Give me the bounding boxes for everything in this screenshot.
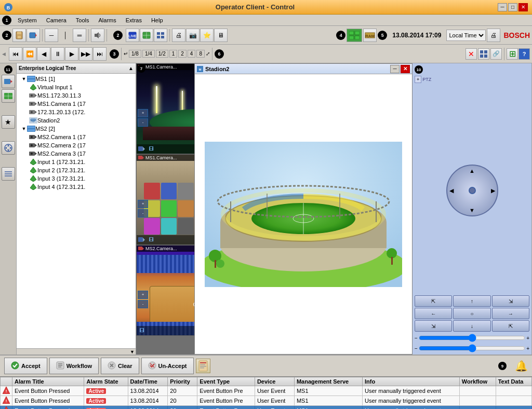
tb-speaker[interactable] — [91, 29, 104, 42]
alarm-doc-btn[interactable] — [196, 359, 210, 373]
tb-map[interactable] — [140, 29, 153, 42]
ptz-btn-7[interactable]: ⇲ — [415, 320, 452, 332]
tb-sequence[interactable] — [154, 29, 167, 42]
ptz-focus-plus[interactable]: + — [526, 346, 529, 351]
ptz-btn-1[interactable]: ⇱ — [415, 295, 452, 307]
pb-play[interactable]: ▶ — [65, 47, 78, 61]
tb-save[interactable] — [12, 29, 26, 42]
ptz-btn-3[interactable]: ⇲ — [492, 295, 529, 307]
ptz-focus-minus[interactable]: − — [415, 346, 418, 351]
tree-item-172[interactable]: 172.31.20.13 (172. — [18, 108, 135, 116]
tree-item-ms2-cam3[interactable]: MS2.Camera 3 (17 — [18, 149, 135, 158]
ptz-up-btn[interactable]: ▲ — [469, 168, 475, 174]
ptz-joystick[interactable]: ▲ ▼ ◀ ▶ — [446, 165, 498, 216]
cam2-zoom-out[interactable]: - — [138, 209, 148, 217]
alarm-row-2[interactable]: !Event Button PressedActive13.08.201420E… — [1, 396, 532, 406]
menu-extras[interactable]: Extras — [122, 16, 146, 24]
tree-item-ms2[interactable]: ▼ MS2 [2] — [18, 125, 135, 133]
sidebar-list[interactable] — [2, 167, 15, 181]
clear-button[interactable]: Clear — [101, 358, 139, 374]
zoom-1-2[interactable]: 1/2 — [156, 50, 168, 58]
cam2-zoom-in[interactable]: + — [138, 200, 148, 208]
tree-item-ms1-cam1[interactable]: MS1.Camera 1 (17 — [18, 100, 135, 108]
tree-item-input1[interactable]: Input 1 (172.31.21. — [18, 158, 135, 166]
accept-button[interactable]: Accept — [4, 358, 47, 374]
sidebar-maps[interactable] — [2, 89, 15, 103]
sidebar-cameras[interactable] — [2, 75, 15, 88]
tree-item-ms2-cam1[interactable]: MS2.Camera 1 (17 — [18, 133, 135, 141]
pb-prev-day[interactable]: ⏮ — [9, 47, 22, 61]
ptz-zoom-plus[interactable]: + — [526, 335, 529, 341]
ptz-btn-6[interactable]: → — [492, 308, 529, 319]
tree-scroll-up[interactable]: ▲ — [128, 65, 134, 71]
expand-ms1[interactable]: ▼ — [21, 76, 27, 82]
cam1-zoom-in[interactable]: + — [138, 109, 148, 117]
tree-item-ms1[interactable]: ▼ MS1 [1] — [18, 75, 135, 83]
tb-green-view[interactable] — [347, 29, 362, 42]
menu-alarms[interactable]: Alarms — [95, 16, 121, 24]
ptz-zoom-slider[interactable] — [419, 334, 525, 342]
unaccept-button[interactable]: Un-Accept — [141, 358, 194, 374]
zoom-4[interactable]: 4 — [188, 50, 196, 58]
view-add-monitor[interactable]: ⊞ — [507, 48, 518, 60]
tb-live[interactable]: LIVE — [126, 29, 139, 42]
stadion2-minimize[interactable]: ─ — [390, 65, 400, 73]
tb-video[interactable] — [26, 29, 40, 42]
tb-monitor[interactable]: 🖥 — [214, 29, 228, 42]
tb-zoom-out[interactable]: ─ — [45, 29, 58, 42]
ptz-add-btn[interactable]: + — [415, 76, 421, 83]
ptz-right-btn[interactable]: ▶ — [491, 187, 495, 194]
tree-item-stadion2[interactable]: MAP Stadion2 — [18, 116, 135, 125]
tree-item-virtual-input[interactable]: Virtual Input 1 — [18, 83, 135, 91]
pb-fast-forward[interactable]: ▶▶ — [79, 47, 92, 61]
tree-item-input2[interactable]: Input 2 (172.31.21. — [18, 166, 135, 174]
workflow-button[interactable]: Workflow — [49, 358, 99, 374]
tree-item-ms1-ip[interactable]: MS1.172.30.11.3 — [18, 91, 135, 100]
timezone-select[interactable]: Local Time UTC — [446, 30, 486, 41]
alarm-row-3[interactable]: !Event Button PressedActive13.08.201420E… — [1, 406, 532, 410]
tb-zoom-in[interactable]: ═ — [73, 29, 86, 42]
ptz-zoom-minus[interactable]: − — [415, 335, 418, 341]
tb-print2[interactable]: 🖨 — [487, 29, 500, 42]
view-connect[interactable]: 🔗 — [490, 48, 502, 60]
zoom-8[interactable]: 8 — [196, 50, 205, 58]
menu-system[interactable]: System — [14, 16, 41, 24]
tree-item-input4[interactable]: Input 4 (172.31.21. — [18, 183, 135, 191]
ptz-down-btn[interactable]: ▼ — [469, 207, 475, 213]
cam3-zoom-in[interactable]: + — [138, 291, 148, 299]
tb-ram[interactable]: RAM — [363, 29, 377, 42]
zoom-1-4[interactable]: 1/4 — [142, 50, 155, 58]
view-help[interactable]: ? — [518, 48, 530, 60]
pb-rewind[interactable]: ◀ — [37, 47, 50, 61]
expand-ms2[interactable]: ▼ — [21, 126, 27, 132]
ptz-btn-8[interactable]: ↓ — [453, 320, 490, 332]
stadion2-close[interactable]: ✕ — [401, 65, 410, 73]
sidebar-star[interactable]: ★ — [2, 115, 15, 129]
zoom-1[interactable]: 1 — [169, 50, 178, 58]
pb-pause[interactable]: ⏸ — [51, 47, 64, 61]
zoom-1-8[interactable]: 1/8 — [129, 50, 141, 58]
zoom-2[interactable]: 2 — [178, 50, 187, 58]
view-layout[interactable] — [478, 48, 489, 60]
ptz-btn-5[interactable]: ○ — [453, 308, 490, 319]
cam3-zoom-out[interactable]: - — [138, 300, 148, 308]
ptz-btn-4[interactable]: ← — [415, 308, 452, 319]
tree-item-ms2-cam2[interactable]: MS2.Camera 2 (17 — [18, 141, 135, 149]
menu-help[interactable]: Help — [147, 16, 167, 24]
pb-prev[interactable]: ⏪ — [23, 47, 36, 61]
tb-camera-shot[interactable]: 📷 — [186, 29, 200, 42]
maximize-button[interactable]: □ — [508, 3, 517, 11]
cam1-zoom-out[interactable]: - — [138, 118, 148, 127]
menu-camera[interactable]: Camera — [42, 16, 71, 24]
close-button[interactable]: ✕ — [518, 3, 528, 11]
minimize-button[interactable]: ─ — [498, 3, 507, 11]
ptz-focus-slider[interactable] — [419, 344, 525, 352]
tb-print[interactable]: 🖨 — [172, 29, 185, 42]
view-close-all[interactable]: ✕ — [466, 48, 477, 60]
tree-item-input3[interactable]: Input 3 (172.31.21. — [18, 174, 135, 183]
pb-next-day[interactable]: ⏭ — [93, 47, 107, 61]
menu-tools[interactable]: Tools — [72, 16, 94, 24]
ptz-btn-9[interactable]: ⇱ — [492, 320, 529, 332]
ptz-btn-2[interactable]: ↑ — [453, 295, 490, 307]
tree-scroll-bar[interactable]: ▼ — [17, 348, 136, 355]
